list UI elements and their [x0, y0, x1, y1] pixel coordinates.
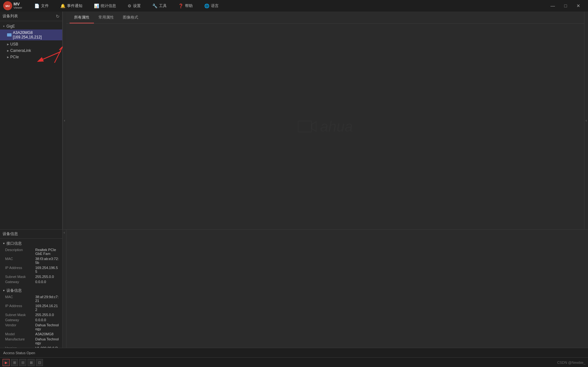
watermark-camera-icon — [298, 119, 317, 134]
watermark: ahua — [298, 118, 353, 135]
chart-icon: 📊 — [94, 4, 99, 8]
tree-group-gige: ▼ GigE A3A20MG8 [169.254,16,212] — [0, 22, 62, 41]
toolbar-grid3-button[interactable]: ⊠ — [28, 359, 35, 366]
tools-icon: 🔧 — [152, 4, 157, 8]
sidebar-collapse-button[interactable]: ‹ — [63, 12, 66, 229]
device-info-section-header[interactable]: ▼ 设备信息 — [0, 287, 62, 294]
nav-file[interactable]: 📄 文件 — [29, 0, 55, 12]
footer-label: CSDN @Newbie_ — [557, 360, 585, 365]
toolbar-play-button[interactable]: ▶ — [3, 359, 10, 366]
interface-info-section: ▼ 接口信息 Description Realtek PCIe GbE Fam … — [0, 239, 62, 286]
expand-icon-cameralink: ▶ — [7, 49, 9, 52]
content-collapse-button[interactable]: ‹ — [584, 12, 588, 229]
gear-icon: ⚙ — [128, 4, 131, 8]
minimize-button[interactable]: — — [546, 0, 559, 12]
nav-menu: 📄 文件 🔔 事件通知 📊 统计信息 ⚙ 设置 🔧 工具 ❓ 帮助 🌐 语言 — [29, 0, 546, 12]
tree-item-usb[interactable]: ▶ USB — [0, 41, 62, 47]
help-icon: ❓ — [178, 4, 183, 8]
access-status-text: Access Status Open — [3, 351, 35, 355]
device-info-title: 设备信息 — [0, 230, 62, 239]
content-tabs: 所有属性 常用属性 图像格式 — [66, 12, 584, 24]
view-area: ahua — [66, 24, 584, 229]
device-sidebar: 设备列表 ↻ ▼ GigE A3A20MG8 [169.254,16,212] — [0, 12, 63, 229]
expand-icon-usb: ▶ — [7, 43, 9, 46]
titlebar: MV MV Viewer 📄 文件 🔔 事件通知 📊 统计信息 ⚙ 设置 🔧 工… — [0, 0, 588, 12]
info-row-gateway1: Gateway 0.0.0.0 — [0, 279, 62, 284]
expand-icon-pcie: ▶ — [7, 56, 9, 59]
content-area: 所有属性 常用属性 图像格式 ahua — [66, 12, 584, 229]
bottom-section: 设备信息 ▼ 接口信息 Description Realtek PCIe GbE… — [0, 229, 588, 348]
language-icon: 🌐 — [204, 4, 209, 8]
nav-stats[interactable]: 📊 统计信息 — [88, 0, 122, 12]
svg-rect-6 — [298, 121, 312, 132]
nav-settings[interactable]: ⚙ 设置 — [122, 0, 147, 12]
device-tree: ▼ GigE A3A20MG8 [169.254,16,212] ▶ USB ▶ — [0, 21, 62, 229]
maximize-button[interactable]: □ — [559, 0, 572, 12]
bottom-collapse-button[interactable]: ‹ — [63, 230, 66, 348]
tree-group-gige-label[interactable]: ▼ GigE — [0, 23, 62, 29]
statusbar-container: Access Status Open ▶ ⊞ ⊟ ⊠ ⊡ CSDN @Newbi… — [0, 348, 588, 367]
interface-info-header[interactable]: ▼ 接口信息 — [0, 240, 62, 247]
nav-tools[interactable]: 🔧 工具 — [147, 0, 172, 12]
bell-icon: 🔔 — [60, 4, 65, 8]
logo-icon: MV — [3, 1, 12, 10]
sidebar-header: 设备列表 ↻ — [0, 12, 62, 21]
device-camera-icon — [7, 33, 12, 37]
close-button[interactable]: ✕ — [572, 0, 585, 12]
toolbar-grid1-button[interactable]: ⊞ — [11, 359, 18, 366]
info-row-ip2: IP Address 169.254.16.212 — [0, 303, 62, 312]
device-info-sidebar: 设备信息 ▼ 接口信息 Description Realtek PCIe GbE… — [0, 230, 63, 348]
refresh-icon[interactable]: ↻ — [56, 14, 60, 19]
tab-image-format[interactable]: 图像格式 — [118, 12, 143, 23]
tree-item-pcie[interactable]: ▶ PCIe — [0, 54, 62, 60]
info-row-mac2: MAC 38:af:29:9d:c7:21 — [0, 294, 62, 303]
file-icon: 📄 — [34, 4, 39, 8]
tab-all-properties[interactable]: 所有属性 — [70, 12, 94, 23]
info-row-desc: Description Realtek PCIe GbE Fam — [0, 247, 62, 256]
expand-icon: ▼ — [3, 242, 5, 245]
device-info-section: ▼ 设备信息 MAC 38:af:29:9d:c7:21 IP Address … — [0, 286, 62, 348]
expand-icon-dev: ▼ — [3, 289, 5, 292]
watermark-brand: ahua — [320, 118, 353, 135]
window-controls: — □ ✕ — [546, 0, 585, 12]
status-bar: Access Status Open — [0, 348, 588, 358]
sidebar-title: 设备列表 — [3, 13, 18, 19]
toolbar-grid2-button[interactable]: ⊟ — [19, 359, 26, 366]
bottom-content-area — [66, 230, 588, 348]
info-row-version: Version V1.000.00.0.R(201804 — [0, 346, 62, 348]
tab-common-properties[interactable]: 常用属性 — [94, 12, 118, 23]
svg-marker-7 — [312, 122, 316, 131]
info-row-subnet2: Subnet Mask 255.255.0.0 — [0, 312, 62, 317]
info-row-mac1: MAC 38:f3:ab:e3:72:5b — [0, 256, 62, 265]
expand-icon: ▼ — [3, 25, 5, 28]
logo-text: MV Viewer — [13, 2, 22, 10]
svg-text:MV: MV — [5, 4, 10, 8]
main-layout: 设备列表 ↻ ▼ GigE A3A20MG8 [169.254,16,212] — [0, 12, 588, 229]
nav-help[interactable]: ❓ 帮助 — [172, 0, 198, 12]
info-row-gateway2: Gateway 0.0.0.0 — [0, 317, 62, 322]
info-row-model: Model A3A20MG8 — [0, 331, 62, 337]
nav-event[interactable]: 🔔 事件通知 — [55, 0, 88, 12]
tree-item-camera[interactable]: A3A20MG8 [169.254,16,212] — [0, 29, 62, 40]
nav-language[interactable]: 🌐 语言 — [198, 0, 224, 12]
app-logo: MV MV Viewer — [3, 1, 22, 10]
info-row-ip1: IP Address 169.254.196.55 — [0, 265, 62, 274]
bottom-toolbar: ▶ ⊞ ⊟ ⊠ ⊡ CSDN @Newbie_ — [0, 358, 588, 367]
toolbar-grid4-button[interactable]: ⊡ — [36, 359, 43, 366]
csdn-label: CSDN @Newbie_ — [557, 361, 585, 364]
tree-item-cameralink[interactable]: ▶ CameraLink — [0, 47, 62, 54]
info-row-vendor: Vendor Dahua Technology — [0, 322, 62, 331]
info-row-manufacture: Manufacture Dahua Technology — [0, 337, 62, 346]
info-row-subnet1: Subnet Mask 255.255.0.0 — [0, 274, 62, 279]
